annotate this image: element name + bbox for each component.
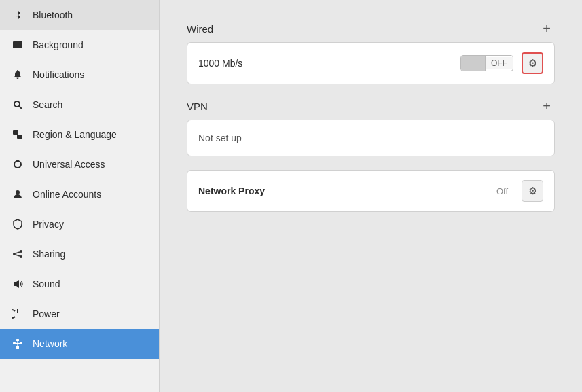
- accounts-icon: [11, 188, 24, 201]
- sidebar-item-label-network: Network: [33, 338, 67, 349]
- sidebar-item-sound[interactable]: Sound: [0, 269, 159, 299]
- proxy-card-row: Network Proxy Off ⚙: [187, 171, 554, 211]
- wired-speed-label: 1000 Mb/s: [198, 58, 452, 69]
- sidebar-item-online-accounts[interactable]: Online Accounts: [0, 179, 159, 209]
- sidebar-item-notifications[interactable]: Notifications: [0, 60, 159, 90]
- sidebar-item-label-power: Power: [33, 308, 60, 319]
- wired-settings-button[interactable]: ⚙: [522, 52, 543, 74]
- proxy-status: Off: [496, 186, 508, 196]
- svg-rect-0: [13, 41, 22, 48]
- proxy-section: Network Proxy Off ⚙: [187, 170, 555, 212]
- sidebar-item-label-background: Background: [33, 39, 84, 50]
- proxy-card: Network Proxy Off ⚙: [187, 170, 555, 212]
- sidebar-item-bluetooth[interactable]: Bluetooth: [0, 0, 159, 30]
- bell-icon: [11, 68, 24, 82]
- sidebar-item-label-notifications: Notifications: [33, 69, 84, 80]
- sidebar-item-search[interactable]: Search: [0, 90, 159, 120]
- vpn-section-title: VPN: [187, 101, 208, 112]
- svg-rect-17: [16, 346, 19, 349]
- vpn-section-header: VPN +: [187, 98, 555, 114]
- svg-marker-13: [14, 280, 19, 288]
- wired-card-row: 1000 Mb/s OFF ⚙: [187, 43, 554, 84]
- vpn-not-setup-label: Not set up: [198, 132, 242, 143]
- svg-point-9: [20, 250, 22, 253]
- svg-point-10: [20, 255, 22, 258]
- wired-add-button[interactable]: +: [539, 20, 555, 37]
- region-icon: [11, 128, 24, 141]
- proxy-settings-button[interactable]: ⚙: [522, 180, 543, 202]
- proxy-gear-icon: ⚙: [528, 185, 537, 197]
- power-icon: [11, 307, 24, 321]
- sidebar-item-label-universal-access: Universal Access: [33, 159, 105, 170]
- sidebar: BluetoothBackgroundNotificationsSearchRe…: [0, 0, 160, 392]
- sidebar-item-universal-access[interactable]: Universal Access: [0, 149, 159, 179]
- privacy-icon: [11, 217, 24, 231]
- sidebar-item-background[interactable]: Background: [0, 30, 159, 60]
- sidebar-item-label-sound: Sound: [33, 279, 60, 289]
- background-icon: [11, 38, 24, 52]
- svg-rect-4: [17, 135, 22, 139]
- svg-point-7: [16, 190, 20, 194]
- sidebar-item-sharing[interactable]: Sharing: [0, 239, 159, 269]
- sidebar-item-label-bluetooth: Bluetooth: [33, 10, 73, 20]
- vpn-add-button[interactable]: +: [539, 98, 555, 114]
- svg-point-8: [13, 253, 16, 255]
- sidebar-item-privacy[interactable]: Privacy: [0, 209, 159, 239]
- wired-section: Wired + 1000 Mb/s OFF ⚙: [187, 20, 555, 84]
- sidebar-item-label-search: Search: [33, 99, 62, 110]
- svg-line-12: [16, 255, 20, 256]
- bluetooth-icon: [11, 8, 24, 22]
- wired-section-header: Wired +: [187, 20, 555, 37]
- svg-point-1: [14, 101, 20, 107]
- svg-rect-14: [16, 339, 19, 341]
- sidebar-item-label-sharing: Sharing: [33, 249, 65, 260]
- search-icon: [11, 98, 24, 111]
- svg-line-2: [19, 106, 22, 109]
- vpn-section: VPN + Not set up: [187, 98, 555, 156]
- sound-icon: [11, 277, 24, 291]
- sharing-icon: [11, 247, 24, 261]
- vpn-not-setup-card: Not set up: [187, 120, 555, 156]
- proxy-label: Network Proxy: [198, 185, 488, 196]
- wired-toggle-track[interactable]: [461, 56, 486, 71]
- svg-rect-3: [13, 130, 18, 135]
- sidebar-item-network[interactable]: Network: [0, 329, 159, 359]
- access-icon: [11, 158, 24, 171]
- wired-toggle-label: OFF: [486, 57, 513, 69]
- wired-section-title: Wired: [187, 23, 213, 35]
- sidebar-item-label-region: Region & Language: [33, 129, 117, 140]
- svg-line-11: [16, 252, 20, 253]
- sidebar-item-label-online-accounts: Online Accounts: [33, 189, 101, 200]
- gear-icon: ⚙: [528, 57, 537, 69]
- wired-card: 1000 Mb/s OFF ⚙: [187, 42, 555, 84]
- main-content: Wired + 1000 Mb/s OFF ⚙ VPN + Not set up: [160, 0, 582, 392]
- network-icon: [11, 337, 24, 351]
- svg-rect-16: [20, 342, 22, 344]
- svg-rect-15: [13, 342, 16, 344]
- wired-toggle[interactable]: OFF: [460, 55, 513, 71]
- sidebar-item-power[interactable]: Power: [0, 299, 159, 329]
- sidebar-item-region[interactable]: Region & Language: [0, 120, 159, 149]
- sidebar-item-label-privacy: Privacy: [33, 219, 64, 230]
